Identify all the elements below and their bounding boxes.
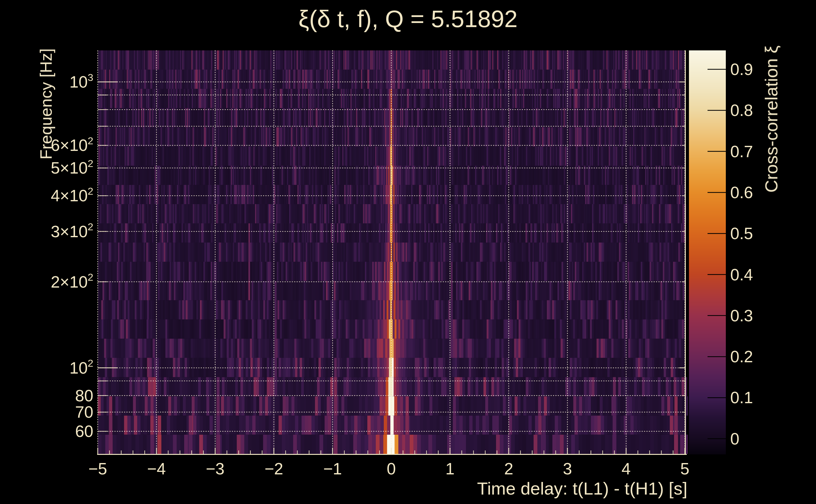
y-tick-label: 4×102	[13, 186, 93, 206]
colorbar-tick-label: 0	[730, 429, 793, 449]
y-tick-label: 3×102	[13, 221, 93, 242]
x-tick-label: −5	[76, 459, 120, 479]
x-axis-title: Time delay: t(L1) - t(H1) [s]	[477, 478, 687, 499]
colorbar-tick-label: 0.9	[730, 59, 793, 79]
colorbar-tick-label: 0.5	[730, 223, 793, 243]
x-tick-label: 1	[428, 459, 472, 479]
root-pad: ξ(δ t, f), Q = 5.51892 Time delay: t(L1)…	[0, 0, 816, 504]
y-tick-label: 6×102	[13, 135, 93, 155]
colorbar-tick-label: 0.6	[730, 182, 793, 203]
x-tick-label: −3	[193, 459, 237, 479]
colorbar-tick-label: 0.8	[730, 100, 793, 120]
x-tick-label: −4	[134, 459, 178, 479]
x-tick-label: −2	[252, 459, 296, 479]
y-tick-label: 60	[13, 421, 93, 441]
y-tick-label: 2×102	[13, 272, 93, 292]
x-tick-label: 5	[663, 459, 707, 479]
x-tick-label: 4	[604, 459, 648, 479]
page-title: ξ(δ t, f), Q = 5.51892	[0, 5, 816, 32]
colorbar-tick-label: 0.1	[730, 387, 793, 408]
y-tick-label: 103	[13, 72, 93, 92]
x-tick-label: 0	[369, 459, 413, 479]
correlation-heatmap-canvas	[0, 0, 816, 504]
x-tick-label: −1	[311, 459, 355, 479]
x-tick-label: 2	[486, 459, 531, 479]
colorbar-tick-label: 0.2	[730, 347, 793, 367]
colorbar-tick-label: 0.3	[730, 306, 793, 326]
y-tick-label: 5×102	[13, 158, 93, 178]
colorbar-tick-label: 0.7	[730, 141, 793, 162]
y-tick-label: 70	[13, 402, 93, 422]
colorbar-tick-label: 0.4	[730, 265, 793, 285]
y-tick-label: 102	[13, 358, 93, 378]
x-tick-label: 3	[545, 459, 589, 479]
